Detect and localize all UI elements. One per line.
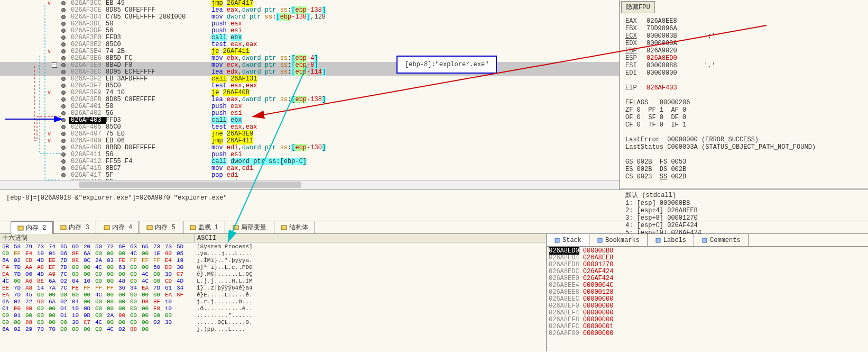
tab-comments[interactable]: Comments <box>694 234 749 246</box>
breakpoint-dot[interactable] <box>61 125 66 129</box>
bytes-cell: 50 <box>106 21 211 28</box>
hex-row[interactable]: 6A02CD4DEE7D880C2A03FEFFFFFFE419j.ÍMî}..… <box>2 257 544 264</box>
breakpoint-dot[interactable] <box>61 146 66 150</box>
hex-row[interactable]: 6A02297070000000004C028800j.)pp....L.... <box>2 326 544 333</box>
breakpoint-dot[interactable] <box>61 104 66 109</box>
calling-convention-label: 默认 (stdcall) <box>625 191 863 200</box>
asm-cell: call dword ptr ss:[ebp-C] <box>211 158 619 165</box>
stack-icon <box>554 237 560 243</box>
hex-dump-panel[interactable]: 十六进制 ASCII 5B53797374656D2050726F6365737… <box>0 234 547 351</box>
tab-局部变量[interactable]: 局部变量 <box>226 221 273 233</box>
asm-cell: call ebx <box>211 117 619 124</box>
breakpoint-dot[interactable] <box>61 166 66 170</box>
breakpoint-dot[interactable] <box>61 97 66 102</box>
asm-cell: push esi <box>211 28 619 34</box>
tab-stack[interactable]: Stack <box>547 234 589 246</box>
svg-rect-7 <box>281 225 287 230</box>
collapse-toggle[interactable]: − <box>52 62 57 68</box>
tab-内存 3[interactable]: 内存 3 <box>53 221 96 233</box>
breakpoint-dot[interactable] <box>61 118 66 122</box>
hex-row[interactable]: 000100000001100D002A9000000000.........*… <box>2 312 544 319</box>
bytes-cell: 5F <box>106 172 211 179</box>
comment-icon <box>701 237 708 243</box>
label-icon <box>655 237 661 243</box>
register-row: EDX0000000A <box>625 40 863 47</box>
tab-结构体[interactable]: 结构体 <box>274 221 315 233</box>
disasm-horizontal-scrollbar[interactable] <box>0 180 619 188</box>
hex-row[interactable]: F47DAAA8EF7D00004C0063000050D030ô}ª¨ï}..… <box>2 264 544 271</box>
svg-rect-5 <box>190 225 196 230</box>
breakpoint-dot[interactable] <box>61 8 66 12</box>
stack-row[interactable]: 026A8F00 00000000 <box>549 330 866 337</box>
breakpoint-dot[interactable] <box>61 173 66 177</box>
stack-panel[interactable]: StackBookmarksLabelsComments 026A8ED0 00… <box>547 234 868 351</box>
bytes-cell: 56 <box>106 110 211 117</box>
hex-row[interactable]: 00FFE41901068F6A0000004C001E9005.ÿä....j… <box>2 250 544 257</box>
tab-labels[interactable]: Labels <box>648 234 694 246</box>
hex-row[interactable]: 4C00A68E6A020410000048004C00CD4DL.¦.j...… <box>2 278 544 285</box>
hex-row[interactable]: 00008800000030C74C000000000230......0ÇL.… <box>2 319 544 326</box>
register-row: ECX0000003B ';' <box>625 32 863 40</box>
tab-bookmarks[interactable]: Bookmarks <box>589 234 648 246</box>
bytes-cell: 8BBD D0FEFFFF <box>106 145 211 151</box>
breakpoint-dot[interactable] <box>61 91 66 95</box>
hex-row[interactable]: 01F090000001100D0000000000E810.ð........… <box>2 305 544 312</box>
breakpoint-dot[interactable] <box>61 159 66 164</box>
breakpoint-dot[interactable] <box>61 56 66 60</box>
tab-内存 2[interactable]: 内存 2 <box>11 221 53 234</box>
asm-cell: push esi <box>211 110 619 117</box>
breakpoint-dot[interactable] <box>61 22 66 26</box>
tab-监视 1[interactable]: 监视 1 <box>183 221 225 233</box>
breakpoint-dot[interactable] <box>61 77 66 81</box>
svg-rect-10 <box>656 238 660 242</box>
struct-icon <box>281 224 287 231</box>
asm-cell: mov dword ptr ss:[ebp-138],128 <box>211 14 619 21</box>
tab-内存 5[interactable]: 内存 5 <box>140 221 182 233</box>
mem-icon <box>60 224 67 231</box>
mem-icon <box>17 225 24 231</box>
breakpoint-dot[interactable] <box>61 63 66 67</box>
tooltip-callout: [ebp-8]:"explorer.exe" <box>396 56 497 74</box>
svg-rect-6 <box>233 225 238 230</box>
bytes-cell: 56 <box>106 28 211 34</box>
breakpoint-dot[interactable] <box>61 35 66 40</box>
expression-text: [ebp-8]=[026A9018 &"explorer.exe"]=026A9… <box>6 194 227 202</box>
bytes-cell: 50 <box>106 103 211 110</box>
bytes-cell: E8 3AFDFFFF <box>106 76 211 83</box>
stack-arg-row: 1: [esp] 000000B8 <box>625 200 863 207</box>
bytes-cell: 8BC7 <box>106 165 211 172</box>
breakpoint-dot[interactable] <box>61 29 66 33</box>
tab-内存 4[interactable]: 内存 4 <box>97 221 139 233</box>
breakpoint-dot[interactable] <box>61 139 66 143</box>
watch-icon <box>190 224 196 231</box>
breakpoint-dot[interactable] <box>61 84 66 88</box>
breakpoint-dot[interactable] <box>61 49 66 53</box>
svg-rect-11 <box>703 238 707 242</box>
asm-cell: mov edi,dword ptr ss:[ebp-130] <box>211 145 619 151</box>
locals-icon <box>233 224 239 231</box>
asm-cell: lea eax,dword ptr ss:[ebp-138] <box>211 96 619 103</box>
svg-rect-4 <box>147 225 152 230</box>
hex-row[interactable]: EA7D4500000000004C0000000000EA8Fê}E.....… <box>2 292 544 299</box>
breakpoint-dot[interactable] <box>61 42 66 47</box>
bytes-cell: FF55 F4 <box>106 158 211 165</box>
fpu-tab[interactable]: 隐藏FPU <box>621 1 655 13</box>
mem-icon <box>104 224 110 231</box>
registers-panel: 隐藏FPU EAX026A8EE8EBX7DD9896A ECX0000003B… <box>620 0 868 189</box>
asm-cell: push eax <box>211 21 619 28</box>
hex-row[interactable]: 6A0272906A02040000000000D88E10j.r.j.....… <box>2 299 544 305</box>
breakpoint-dot[interactable] <box>61 15 66 19</box>
register-row: ESP026A8ED0 <box>625 55 863 62</box>
breakpoint-dot[interactable] <box>61 111 66 115</box>
hex-row[interactable]: EE7DA8147A7CFEFFFFFF3634EA7D6134î}¨.z|þÿ… <box>2 285 544 292</box>
breakpoint-dot[interactable] <box>61 132 66 136</box>
breakpoint-dot[interactable] <box>61 70 66 74</box>
breakpoint-dot[interactable] <box>61 152 66 157</box>
disassembly-panel[interactable]: v026AF3CCEB 49jmp 26AF417026AF3CE8D85 C8… <box>0 0 620 189</box>
breakpoint-dot[interactable] <box>61 1 66 5</box>
hex-row[interactable]: 5B53797374656D2050726F636573735D[System … <box>2 243 544 250</box>
register-row: EDI00000000 <box>625 69 863 77</box>
stack-arg-row: 3: [esp+8] 00001270 <box>625 214 863 222</box>
bytes-cell: FFD3 <box>106 34 211 41</box>
hex-row[interactable]: EA7D064DA97C0000000000004C0030C7ê}.M©|..… <box>2 271 544 278</box>
